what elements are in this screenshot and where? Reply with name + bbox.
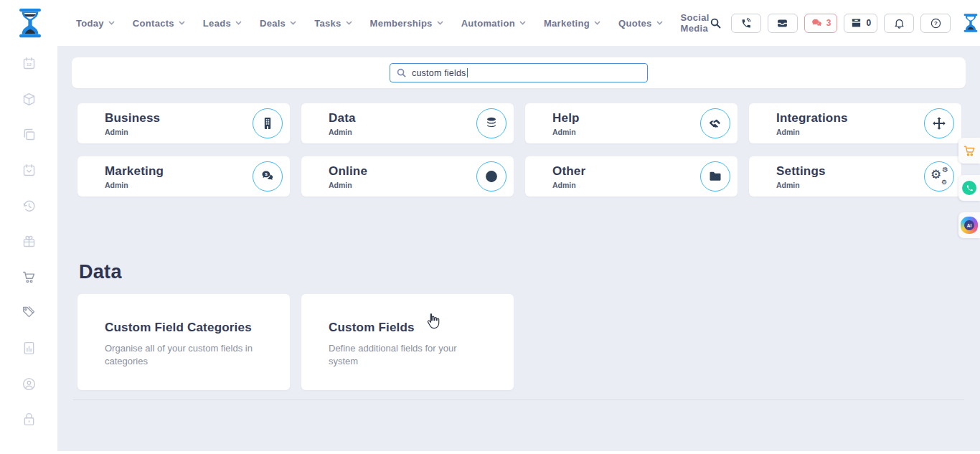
result-title: Custom Field Categories xyxy=(105,321,255,335)
nav-label: Automation xyxy=(461,18,515,29)
nav-item-leads[interactable]: Leads xyxy=(203,18,242,29)
nav-label: Contacts xyxy=(133,18,174,29)
clinic-logo[interactable] xyxy=(17,8,43,38)
category-card-other[interactable]: Other Admin xyxy=(525,156,738,197)
phone-icon xyxy=(740,17,752,29)
booking-calendar-icon xyxy=(22,163,37,178)
nav-item-memberships[interactable]: Memberships xyxy=(370,18,443,29)
search-button[interactable] xyxy=(710,17,722,29)
chevron-down-icon xyxy=(594,21,600,25)
globe-icon xyxy=(476,161,507,191)
hourglass-icon xyxy=(963,13,979,33)
copy-icon xyxy=(22,127,37,142)
search-icon xyxy=(710,17,722,29)
divider xyxy=(73,399,964,400)
chevron-down-icon xyxy=(290,21,296,25)
database-icon xyxy=(476,108,507,138)
search-panel: custom fields xyxy=(72,57,966,88)
category-card-help[interactable]: Help Admin xyxy=(525,103,738,143)
sidebar-item-gift-cards[interactable] xyxy=(0,224,57,260)
nav-item-deals[interactable]: Deals xyxy=(260,18,296,29)
folder-icon xyxy=(700,161,730,191)
account-icon xyxy=(22,377,37,392)
chevron-down-icon xyxy=(437,21,443,25)
nav-label: Memberships xyxy=(370,18,433,29)
ai-icon: AI xyxy=(961,217,978,234)
notifications-button[interactable] xyxy=(884,14,914,33)
chat-count-badge: 3 xyxy=(826,18,831,28)
header-actions: 3 0 ? xyxy=(710,13,980,33)
whatsapp-icon xyxy=(962,181,976,195)
cart-icon xyxy=(963,144,976,158)
nav-label: Leads xyxy=(203,18,231,29)
cart-icon xyxy=(22,270,37,285)
sidebar-item-reports[interactable] xyxy=(0,331,57,366)
nav-label: Today xyxy=(76,18,104,29)
nav-label: Deals xyxy=(260,18,286,29)
sidebar-item-tags[interactable] xyxy=(0,295,57,331)
history-icon xyxy=(22,199,37,214)
main-nav: Today Contacts Leads Deals Tasks Members… xyxy=(76,12,710,34)
sidebar-item-history[interactable] xyxy=(0,188,57,224)
phone-button[interactable] xyxy=(731,14,761,33)
building-icon xyxy=(253,108,283,138)
text-caret xyxy=(467,68,468,77)
category-card-settings[interactable]: Settings Admin ⚙ ⚙ ⚙ xyxy=(749,156,961,197)
nav-item-quotes[interactable]: Quotes xyxy=(618,18,663,29)
sidebar-item-calendar[interactable]: 12 xyxy=(0,46,57,82)
nav-item-automation[interactable]: Automation xyxy=(461,18,526,29)
result-title: Custom Fields xyxy=(329,321,479,335)
nav-item-tasks[interactable]: Tasks xyxy=(314,18,352,29)
category-card-data[interactable]: Data Admin xyxy=(301,103,514,143)
category-card-marketing[interactable]: Marketing Admin $ xyxy=(77,156,290,197)
admin-search-input[interactable]: custom fields xyxy=(390,63,648,82)
ai-label: AI xyxy=(964,220,974,230)
chat-bubbles-icon xyxy=(811,17,823,29)
chat-button[interactable]: 3 xyxy=(804,14,838,33)
search-value: custom fields xyxy=(412,68,466,78)
content: custom fields Business Admin Da xyxy=(57,46,980,454)
nav-item-marketing[interactable]: Marketing xyxy=(544,18,600,29)
whatsapp-widget[interactable] xyxy=(958,175,980,201)
nav-item-social-media[interactable]: Social Media xyxy=(681,12,710,34)
gears-icon: ⚙ ⚙ ⚙ xyxy=(924,161,954,191)
ai-assistant-widget[interactable]: AI xyxy=(958,212,980,238)
result-card-custom-fields[interactable]: Custom Fields Define additional fields f… xyxy=(301,294,514,390)
package-icon xyxy=(22,92,37,107)
chevron-down-icon xyxy=(656,21,663,25)
chat-dollar-icon: $ xyxy=(253,161,283,191)
move-arrows-icon xyxy=(924,108,954,138)
bottom-strip xyxy=(0,451,980,454)
nav-item-contacts[interactable]: Contacts xyxy=(133,18,185,29)
register-button[interactable]: 0 xyxy=(844,14,877,33)
register-count-badge: 0 xyxy=(866,18,871,28)
sidebar-item-packages[interactable] xyxy=(0,82,57,118)
result-card-custom-field-categories[interactable]: Custom Field Categories Organise all of … xyxy=(77,294,290,390)
section-title: Data xyxy=(79,261,980,283)
help-button[interactable]: ? xyxy=(920,14,951,33)
nav-label: Tasks xyxy=(314,18,341,29)
sidebar-item-account[interactable] xyxy=(0,366,57,402)
sidebar-item-bookings[interactable] xyxy=(0,153,57,189)
category-card-online[interactable]: Online Admin xyxy=(301,156,514,197)
svg-text:12: 12 xyxy=(27,62,32,67)
bell-icon xyxy=(893,17,905,29)
sidebar: 12 xyxy=(0,46,57,454)
nav-item-today[interactable]: Today xyxy=(76,18,115,29)
result-description: Organise all of your custom fields in ca… xyxy=(105,342,255,368)
report-icon xyxy=(22,341,37,356)
hourglass-icon xyxy=(17,8,43,38)
cart-widget[interactable] xyxy=(958,138,980,164)
chevron-down-icon xyxy=(108,21,115,25)
nav-label: Marketing xyxy=(544,18,590,29)
question-icon: ? xyxy=(930,17,942,29)
sidebar-item-duplicates[interactable] xyxy=(0,117,57,153)
clinicsoftware-logo[interactable]: ClinicSoftware.com TEN STEPS AHEAD xyxy=(963,13,980,33)
inbox-button[interactable] xyxy=(768,14,798,33)
category-card-business[interactable]: Business Admin xyxy=(77,103,290,143)
search-icon xyxy=(397,68,406,77)
category-card-integrations[interactable]: Integrations Admin xyxy=(749,103,961,143)
sidebar-item-security[interactable] xyxy=(0,402,57,438)
sidebar-item-cart[interactable] xyxy=(0,260,57,295)
chevron-down-icon xyxy=(346,21,352,25)
